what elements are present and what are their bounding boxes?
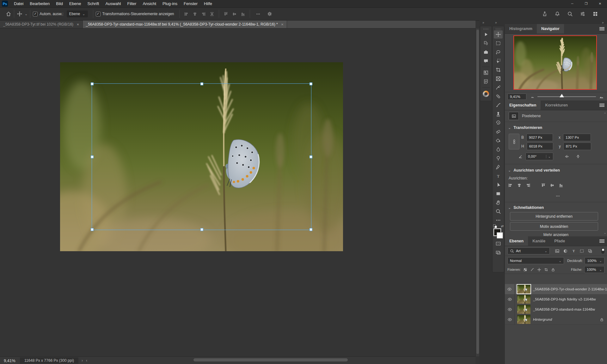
- menu-bild[interactable]: Bild: [53, 0, 66, 7]
- chevron-down-icon[interactable]: ⌄: [25, 12, 28, 16]
- auto-select-checkbox[interactable]: ✓: [33, 12, 38, 16]
- tab-histogramm[interactable]: Histogramm: [505, 24, 537, 33]
- brush-tool[interactable]: [494, 101, 503, 109]
- minimize-button[interactable]: ─: [565, 0, 579, 7]
- more-align-options-icon[interactable]: [256, 12, 261, 16]
- layer-thumbnail[interactable]: [517, 305, 530, 314]
- plugin-logo-icon[interactable]: [483, 91, 489, 97]
- filter-type-layers-icon[interactable]: T: [571, 249, 576, 253]
- panel-menu-icon[interactable]: [599, 103, 604, 107]
- foreground-background-colors[interactable]: ⇄: [493, 225, 504, 239]
- shape-tool[interactable]: [494, 190, 503, 198]
- align-left-icon[interactable]: [508, 183, 513, 188]
- filter-smart-objects-icon[interactable]: [588, 249, 592, 253]
- link-dimensions-button[interactable]: [509, 134, 519, 149]
- filter-pixel-layers-icon[interactable]: [555, 249, 560, 253]
- zoom-tool[interactable]: [494, 207, 503, 215]
- menu-ebene[interactable]: Ebene: [66, 0, 84, 7]
- layer-thumbnail[interactable]: [517, 285, 530, 294]
- close-icon[interactable]: ✕: [281, 23, 284, 26]
- visibility-eye-icon[interactable]: [505, 284, 515, 294]
- canvas-area[interactable]: [0, 28, 475, 356]
- transform-section-header[interactable]: ⌄ Transformieren: [505, 123, 607, 132]
- transform-handle-bottom-center[interactable]: [200, 228, 203, 231]
- path-selection-tool[interactable]: [494, 181, 503, 189]
- gradient-tool[interactable]: [494, 136, 503, 145]
- layer-row-standard-max[interactable]: _56A8358-DP3-standard-max-11648w: [505, 304, 607, 315]
- scroll-down-icon[interactable]: ⌄: [604, 231, 606, 234]
- marquee-tool[interactable]: [494, 39, 503, 47]
- workspace-switcher-icon[interactable]: [592, 11, 598, 17]
- frame-tool[interactable]: [494, 75, 503, 83]
- quick-actions-header[interactable]: ⌄ Schnellaktionen: [505, 204, 544, 211]
- lasso-tool[interactable]: [494, 48, 503, 56]
- zoom-in-mountain-icon[interactable]: [599, 94, 604, 99]
- drag-grip[interactable]: [495, 28, 501, 30]
- search-icon[interactable]: [567, 11, 573, 17]
- screen-mode-icon[interactable]: [494, 248, 503, 257]
- lock-artboard-icon[interactable]: [544, 268, 548, 272]
- layer-thumbnail[interactable]: [517, 315, 530, 324]
- collapse-dock-icon[interactable]: »: [495, 21, 497, 24]
- blur-tool[interactable]: [494, 145, 503, 154]
- type-tool[interactable]: T: [494, 172, 503, 180]
- rotation-input[interactable]: 0,00° ⌄: [525, 153, 553, 160]
- transform-handle-top-left[interactable]: [91, 82, 94, 85]
- chevron-down-icon[interactable]: ⌄: [546, 155, 551, 158]
- flip-horizontal-icon[interactable]: [565, 154, 569, 159]
- align-right-icon[interactable]: [526, 183, 530, 188]
- filter-adjustment-layers-icon[interactable]: [563, 249, 568, 253]
- pen-tool[interactable]: [494, 163, 503, 171]
- tab-pfade[interactable]: Pfade: [550, 236, 569, 246]
- dodge-tool[interactable]: [494, 154, 503, 162]
- eyedropper-tool[interactable]: [494, 83, 503, 92]
- document-tab[interactable]: _56A8358-DP3-Tyr.tif bei 102% (RGB/16) ✕: [0, 21, 83, 28]
- visibility-eye-icon[interactable]: [505, 314, 515, 325]
- chevron-right-icon[interactable]: ›: [82, 358, 83, 363]
- drag-grip[interactable]: [483, 28, 489, 30]
- menu-filter[interactable]: Filter: [124, 0, 140, 7]
- navigator-preview[interactable]: [513, 35, 597, 90]
- close-window-button[interactable]: ✕: [593, 0, 607, 7]
- remove-background-button[interactable]: Hintergrund entfernen: [510, 212, 598, 221]
- history-brush-tool[interactable]: [494, 119, 503, 127]
- height-input[interactable]: 6018 Px: [527, 143, 553, 150]
- workspace-gear-icon[interactable]: [267, 11, 273, 17]
- menu-fenster[interactable]: Fenster: [181, 0, 201, 7]
- hand-tool[interactable]: [494, 198, 503, 207]
- scroll-up-icon[interactable]: ⌃: [604, 112, 606, 116]
- align-section-header[interactable]: ⌄ Ausrichten und verteilen: [505, 167, 560, 174]
- swap-colors-icon[interactable]: ⇄: [501, 224, 504, 228]
- menu-plugins[interactable]: Plug-ins: [159, 0, 181, 7]
- slider-thumb[interactable]: [560, 94, 564, 97]
- quick-mask-icon[interactable]: [494, 240, 503, 248]
- menu-hilfe[interactable]: Hilfe: [201, 0, 215, 7]
- transform-handle-middle-left[interactable]: [91, 155, 94, 158]
- menu-datei[interactable]: Datei: [11, 0, 27, 7]
- home-icon[interactable]: [6, 11, 11, 17]
- clone-stamp-tool[interactable]: [494, 110, 503, 118]
- horizontal-scrollbar[interactable]: [193, 358, 348, 361]
- navigator-zoom-slider[interactable]: [537, 96, 596, 97]
- flip-vertical-icon[interactable]: [576, 154, 580, 159]
- opacity-input[interactable]: 100% ⌄: [585, 257, 604, 264]
- healing-brush-tool[interactable]: [494, 92, 503, 100]
- tab-eigenschaften[interactable]: Eigenschaften: [505, 100, 541, 110]
- show-transform-controls-checkbox[interactable]: ✓: [96, 12, 101, 16]
- object-selection-tool[interactable]: [494, 57, 503, 65]
- layer-thumbnail[interactable]: [517, 295, 530, 304]
- align-center-horizontal-icon[interactable]: [517, 183, 522, 188]
- document-tab-active[interactable]: _56A8358-DP3-Tyr-standard-max-11648w.tif…: [83, 21, 287, 28]
- share-icon[interactable]: [542, 11, 548, 17]
- y-input[interactable]: 871 Px: [563, 143, 591, 150]
- lock-transparency-icon[interactable]: [523, 268, 527, 272]
- crop-tool[interactable]: [494, 66, 503, 74]
- eraser-tool[interactable]: [494, 128, 503, 136]
- lock-position-icon[interactable]: [537, 268, 541, 272]
- align-bottom-icon[interactable]: [559, 183, 563, 188]
- transform-bounding-box[interactable]: [92, 83, 311, 230]
- width-input[interactable]: 9027 Px: [526, 134, 553, 141]
- lock-all-icon[interactable]: [551, 268, 555, 272]
- zoom-out-mountain-icon[interactable]: [531, 95, 534, 99]
- menu-auswahl[interactable]: Auswahl: [102, 0, 124, 7]
